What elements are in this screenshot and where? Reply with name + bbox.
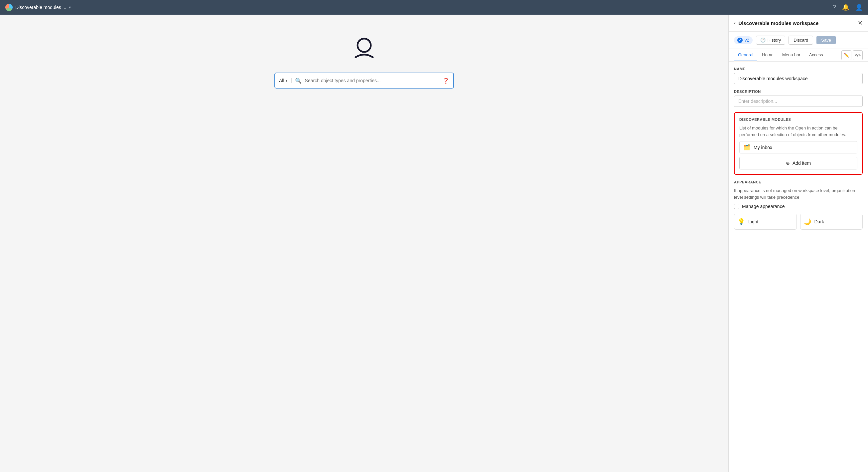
search-filter-caret-icon: ▾ — [286, 79, 287, 83]
panel-title: Discoverable modules workspace — [738, 20, 858, 26]
theme-light-option[interactable]: 💡 Light — [734, 214, 797, 230]
save-button[interactable]: Save — [816, 36, 836, 44]
description-input[interactable] — [734, 95, 863, 107]
version-check-icon: ✓ — [737, 38, 743, 43]
search-help-icon[interactable]: ❓ — [443, 78, 449, 84]
panel-close-button[interactable]: ✕ — [858, 19, 863, 27]
svg-point-0 — [358, 39, 371, 52]
appearance-description: If appearance is not managed on workspac… — [734, 187, 863, 200]
code-view-icon-button[interactable]: </> — [853, 50, 863, 60]
search-bar: All ▾ 🔍 ❓ — [274, 72, 454, 89]
theme-dark-option[interactable]: 🌙 Dark — [800, 214, 863, 230]
content-area: All ▾ 🔍 ❓ — [0, 14, 728, 472]
tab-general[interactable]: General — [734, 49, 757, 61]
main-layout: All ▾ 🔍 ❓ ‹ Discoverable modules workspa… — [0, 14, 868, 472]
dark-theme-icon: 🌙 — [804, 218, 811, 225]
panel-header: ‹ Discoverable modules workspace ✕ — [728, 14, 868, 32]
search-input[interactable] — [305, 78, 443, 83]
topbar-left: Discoverable modules ... ▾ — [5, 4, 71, 11]
manage-appearance-label: Manage appearance — [742, 204, 784, 209]
name-section: NAME — [734, 67, 863, 84]
theme-options: 💡 Light 🌙 Dark — [734, 214, 863, 230]
panel-toolbar: ✓ v2 🕐 History Discard Save — [728, 32, 868, 49]
name-input[interactable] — [734, 73, 863, 84]
module-item: 🗂️ My inbox — [739, 141, 857, 153]
app-icon — [351, 35, 377, 61]
topbar-right: ? 🔔 👤 — [833, 4, 863, 11]
description-section: DESCRIPTION — [734, 90, 863, 107]
user-icon[interactable]: 👤 — [855, 4, 863, 11]
appearance-section: APPEARANCE If appearance is not managed … — [734, 180, 863, 230]
search-filter-button[interactable]: All ▾ — [279, 78, 292, 83]
tab-icons: ✏️ </> — [841, 50, 863, 60]
add-item-plus-icon: ⊕ — [786, 160, 790, 166]
panel-back-button[interactable]: ‹ — [734, 20, 736, 26]
notification-icon[interactable]: 🔔 — [842, 4, 849, 11]
edit-view-icon-button[interactable]: ✏️ — [841, 50, 851, 60]
description-label: DESCRIPTION — [734, 90, 863, 93]
theme-light-label: Light — [748, 219, 758, 224]
app-logo — [5, 4, 13, 11]
appearance-label: APPEARANCE — [734, 180, 863, 184]
history-clock-icon: 🕐 — [760, 38, 766, 42]
tab-home[interactable]: Home — [758, 49, 778, 61]
panel-body: NAME DESCRIPTION DISCOVERABLE MODULES Li… — [728, 62, 868, 235]
topbar: Discoverable modules ... ▾ ? 🔔 👤 — [0, 0, 868, 14]
add-item-label: Add item — [793, 160, 811, 166]
search-filter-label: All — [279, 78, 284, 83]
modules-description: List of modules for which the Open In ac… — [739, 125, 857, 138]
help-icon[interactable]: ? — [833, 4, 836, 11]
manage-appearance-row: Manage appearance — [734, 204, 863, 209]
version-label: v2 — [745, 38, 749, 42]
modules-label: DISCOVERABLE MODULES — [739, 118, 857, 121]
history-label: History — [768, 38, 781, 42]
history-button[interactable]: 🕐 History — [756, 36, 785, 45]
discard-button[interactable]: Discard — [788, 36, 813, 45]
search-icon: 🔍 — [292, 78, 305, 84]
discoverable-modules-section: DISCOVERABLE MODULES List of modules for… — [734, 112, 863, 175]
right-panel: ‹ Discoverable modules workspace ✕ ✓ v2 … — [728, 14, 868, 472]
manage-appearance-checkbox[interactable] — [734, 204, 739, 209]
tab-menu-bar[interactable]: Menu bar — [778, 49, 804, 61]
theme-dark-label: Dark — [814, 219, 825, 224]
module-inbox-icon: 🗂️ — [744, 144, 750, 150]
light-theme-icon: 💡 — [738, 218, 745, 225]
add-item-button[interactable]: ⊕ Add item — [739, 157, 857, 170]
topbar-title: Discoverable modules ... — [15, 5, 66, 10]
panel-tabs: General Home Menu bar Access ✏️ </> — [728, 49, 868, 62]
module-item-label: My inbox — [753, 145, 772, 150]
topbar-caret-icon[interactable]: ▾ — [69, 5, 71, 10]
content-logo — [351, 35, 377, 63]
name-label: NAME — [734, 67, 863, 71]
tab-access[interactable]: Access — [805, 49, 827, 61]
version-badge: ✓ v2 — [734, 36, 753, 44]
